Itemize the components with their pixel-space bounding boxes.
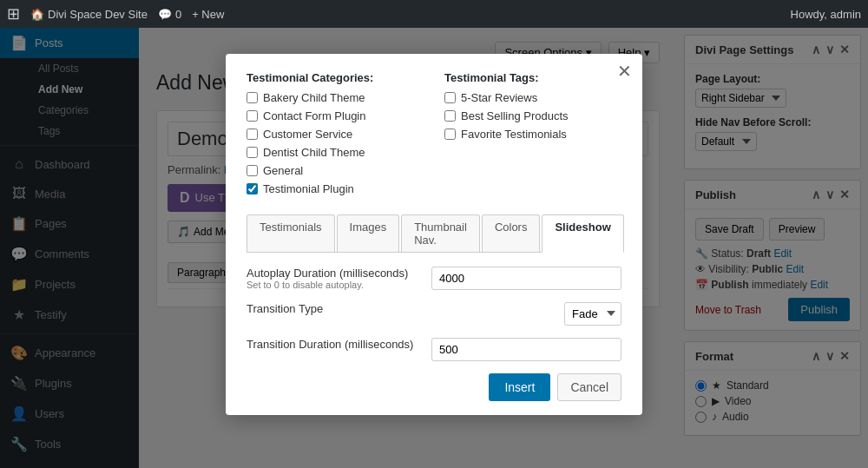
categories-col: Testimonial Categories: Bakery Child The… [247,71,424,201]
cat-customer-checkbox[interactable] [247,129,258,140]
tag-favorite: Favorite Testimonials [444,128,621,141]
autoplay-label: Autoplay Duration (milliseconds) Set to … [247,267,421,290]
modal-footer: Insert Cancel [247,373,621,401]
tag-favorite-checkbox[interactable] [444,129,456,140]
comment-icon: 💬 [158,8,172,21]
tab-testimonials[interactable]: Testimonials [247,214,335,252]
cat-general-checkbox[interactable] [247,165,258,176]
admin-bar: ⊞ 🏠 Divi Space Dev Site 💬 0 + New Howdy,… [0,0,868,28]
cat-testimonial-plugin-checkbox[interactable] [247,183,258,194]
transition-duration-input[interactable] [431,338,621,361]
tab-images[interactable]: Images [337,214,400,252]
transition-duration-row: Transition Duration (milliseconds) [247,338,621,361]
tag-5star: 5-Star Reviews [444,91,621,104]
tab-colors[interactable]: Colors [482,214,541,252]
comments-link[interactable]: 💬 0 [158,8,181,21]
new-post-link[interactable]: + New [192,8,224,21]
transition-type-row: Transition Type Fade Slide None [247,302,621,326]
tag-best-selling-checkbox[interactable] [444,110,456,122]
tab-slideshow[interactable]: Slideshow [542,214,623,253]
cat-contact-checkbox[interactable] [247,110,258,122]
modal: ✕ Testimonial Categories: Bakery Child T… [226,54,642,415]
cat-bakery-child: Bakery Child Theme [247,91,424,104]
tab-thumbnail-nav[interactable]: Thumbnail Nav. [401,214,480,252]
cat-contact-form: Contact Form Plugin [247,109,424,122]
cat-customer-service: Customer Service [247,128,424,141]
autoplay-row: Autoplay Duration (milliseconds) Set to … [247,267,621,290]
cat-general: General [247,164,424,177]
site-name-link[interactable]: 🏠 Divi Space Dev Site [30,8,148,21]
transition-type-select[interactable]: Fade Slide None [564,302,621,326]
modal-close-btn[interactable]: ✕ [617,63,632,80]
cat-bakery-checkbox[interactable] [247,92,258,103]
wp-logo-icon[interactable]: ⊞ [7,4,20,23]
transition-type-label: Transition Type [247,302,554,315]
tag-best-selling: Best Selling Products [444,109,621,122]
home-icon: 🏠 [30,8,44,21]
cat-testimonial-plugin: Testimonial Plugin [247,182,424,195]
tag-5star-checkbox[interactable] [444,92,456,103]
cancel-btn[interactable]: Cancel [557,373,621,401]
cat-dentist: Dentist Child Theme [247,146,424,159]
modal-columns: Testimonial Categories: Bakery Child The… [247,71,621,201]
modal-overlay: ✕ Testimonial Categories: Bakery Child T… [0,0,868,468]
tags-col: Testimonial Tags: 5-Star Reviews Best Se… [444,71,621,201]
transition-duration-label: Transition Duration (milliseconds) [247,338,421,351]
modal-tabs: Testimonials Images Thumbnail Nav. Color… [247,214,621,253]
howdy-label: Howdy, admin [791,8,861,21]
autoplay-input[interactable] [431,267,621,290]
categories-title: Testimonial Categories: [247,71,424,84]
tags-title: Testimonial Tags: [444,71,621,84]
cat-dentist-checkbox[interactable] [247,147,258,158]
insert-btn[interactable]: Insert [489,373,550,401]
